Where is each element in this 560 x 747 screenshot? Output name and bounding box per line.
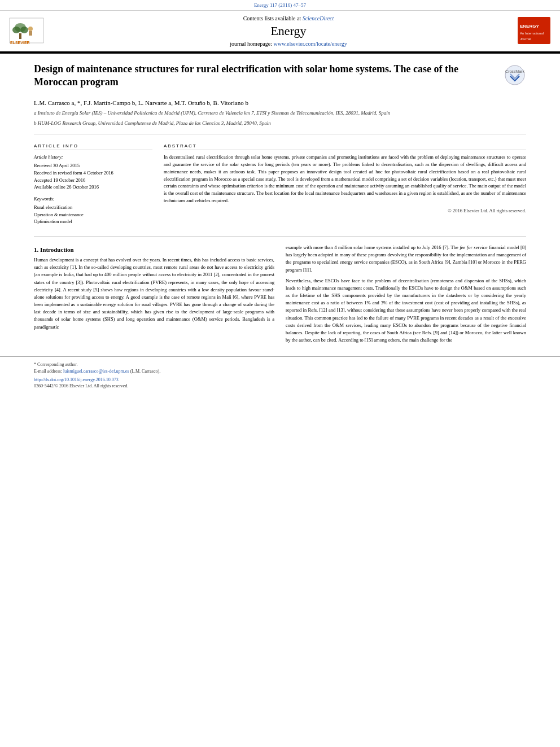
keywords-list: Rural electrification Operation & mainte… [34,204,152,225]
svg-text:Journal: Journal [520,37,531,41]
introduction-right-column: example with more than 4 million solar h… [286,244,526,347]
received-date: Received 30 April 2015 [34,162,152,169]
crossmark-logo: CrossMark [505,65,526,86]
footer: * Corresponding author. E-mail address: … [0,356,560,391]
svg-rect-4 [19,33,21,39]
available-date: Available online 26 October 2016 [34,184,152,191]
elsevier-logo: ELSEVIER [9,16,60,46]
accepted-date: Accepted 19 October 2016 [34,177,152,184]
homepage-line: journal homepage: www.elsevier.com/locat… [65,41,511,47]
issn-copyright: 0360-5442/© 2016 Elsevier Ltd. All right… [34,383,526,388]
article-title-section: Design of maintenance structures for rur… [0,54,560,94]
history-title: Article history: [34,154,152,161]
keyword-3: Optimisation model [34,218,152,225]
affiliation-b: b HUM-LOG Research Group, Universidad Co… [34,120,526,128]
intro-para-3: Nevertheless, these ESCOs have face to t… [286,277,526,344]
affiliation-a: a Instituto de Energía Solar (IES) – Uni… [34,110,526,117]
authors-line: L.M. Carrasco a, *, F.J. Martín-Campo b,… [34,98,526,108]
authors-section: L.M. Carrasco a, *, F.J. Martín-Campo b,… [0,94,560,132]
article-keywords: Keywords: Rural electrification Operatio… [34,195,152,225]
article-title: Design of maintenance structures for rur… [34,63,499,89]
svg-rect-6 [29,31,32,36]
section-1-title: 1. Introduction [34,246,274,253]
svg-text:An International: An International [520,32,544,35]
intro-para-2: example with more than 4 million solar h… [286,244,526,274]
corresponding-note: * Corresponding author. [34,361,526,368]
svg-point-2 [12,27,20,33]
info-abstract-columns: ARTICLE INFO Article history: Received 3… [0,139,560,230]
svg-point-5 [28,27,33,31]
svg-point-12 [505,65,524,85]
journal-header: ELSEVIER Contents lists available at Sci… [0,11,560,53]
journal-center-header: Contents lists available at ScienceDirec… [65,15,511,47]
citation-text: Energy 117 (2016) 47–57 [254,2,306,8]
keywords-title: Keywords: [34,195,152,203]
authors-divider [34,134,526,134]
article-title-block: Design of maintenance structures for rur… [34,63,499,89]
homepage-url[interactable]: www.elsevier.com/locate/energy [273,41,347,47]
copyright-line: © 2016 Elsevier Ltd. All rights reserved… [164,208,526,213]
abstract-text: In decentralised rural electrification t… [164,154,526,204]
doi-line: http://dx.doi.org/10.1016/j.energy.2016.… [34,377,526,382]
energy-logo: ENERGY An International Journal [517,16,551,46]
email-label: E-mail address: [34,369,62,374]
received-revised-date: Received in revised form 4 October 2016 [34,169,152,177]
svg-text:CrossMark: CrossMark [505,69,524,73]
svg-text:ELSEVIER: ELSEVIER [10,41,30,45]
abstract-divider [34,237,526,237]
intro-para-1: Human development is a concept that has … [34,256,274,331]
introduction-section: 1. Introduction Human development is a c… [0,244,560,347]
doi-link[interactable]: http://dx.doi.org/10.1016/j.energy.2016.… [34,377,119,382]
article-history: Article history: Received 30 April 2015 … [34,154,152,191]
corresponding-text: * Corresponding author. [34,362,78,367]
journal-name: Energy [65,24,511,38]
email-link[interactable]: luismiguel.carrasco@ies-def.upm.es [63,369,129,374]
section-title-text: Introduction [40,246,74,253]
email-line: E-mail address: luismiguel.carrasco@ies-… [34,368,526,375]
keyword-2: Operation & maintenance [34,211,152,219]
article-info-header: ARTICLE INFO [34,143,152,150]
abstract-column: ABSTRACT In decentralised rural electrif… [164,143,526,225]
science-direct-link[interactable]: ScienceDirect [303,15,334,21]
keyword-1: Rural electrification [34,204,152,211]
homepage-label: journal homepage: [230,41,273,47]
svg-point-3 [20,27,28,33]
introduction-left-column: 1. Introduction Human development is a c… [34,244,274,347]
science-direct-line: Contents lists available at ScienceDirec… [65,15,511,21]
journal-citation: Energy 117 (2016) 47–57 [0,0,560,11]
svg-text:ENERGY: ENERGY [520,24,539,29]
section-number: 1. [34,246,40,253]
article-info-column: ARTICLE INFO Article history: Received 3… [34,143,152,225]
abstract-header: ABSTRACT [164,143,526,150]
email-author-name: (L.M. Carrasco). [130,369,160,374]
contents-text: Contents lists available at [243,15,303,21]
